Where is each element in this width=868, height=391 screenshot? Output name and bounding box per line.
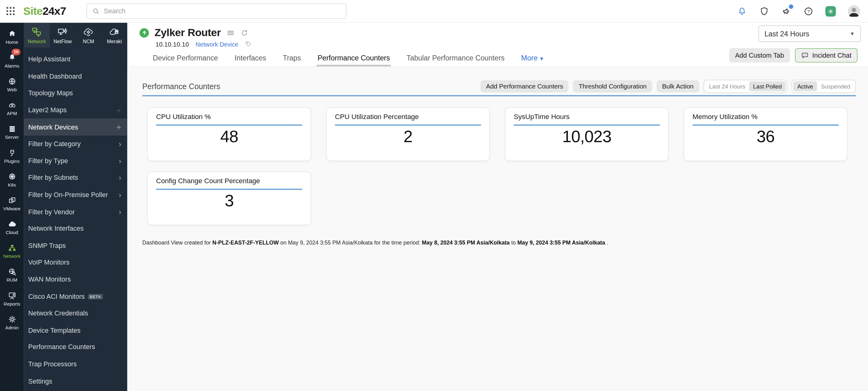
sidebar-item-settings[interactable]: Settings bbox=[24, 372, 127, 389]
sidebar-item-network-interfaces[interactable]: Network Interfaces bbox=[24, 220, 127, 237]
chevron-right-icon: › bbox=[119, 191, 121, 199]
tab-tabular-performance-counters[interactable]: Tabular Performance Counters bbox=[405, 54, 505, 66]
sidebar-tab-meraki[interactable]: Meraki bbox=[101, 23, 127, 48]
rail-item-vmware[interactable]: VMware bbox=[0, 192, 24, 215]
counter-card[interactable]: Config Change Count Percentage 3 bbox=[147, 171, 311, 225]
sidebar-item-filter-by-type[interactable]: Filter by Type› bbox=[24, 153, 127, 170]
tab-more[interactable]: More▼ bbox=[520, 54, 545, 66]
rail-item-home[interactable]: Home bbox=[0, 25, 24, 49]
sidebar-module-tabs: Network NetFlow NCM Meraki bbox=[24, 23, 127, 48]
sidebar-item-filter-by-on-premise-poller[interactable]: Filter by On-Premise Poller› bbox=[24, 186, 127, 203]
alarm-count-badge: 10 bbox=[12, 49, 21, 55]
rail-item-plugins[interactable]: Plugins bbox=[0, 144, 24, 168]
tab-interfaces[interactable]: Interfaces bbox=[234, 54, 268, 66]
counter-card[interactable]: Memory Utilization % 36 bbox=[684, 107, 847, 161]
rail-item-rum[interactable]: RUM bbox=[0, 263, 24, 287]
sidebar-item-network-credentials[interactable]: Network Credentials bbox=[24, 305, 127, 322]
time-range-dropdown[interactable]: Last 24 Hours ▼ bbox=[758, 26, 861, 42]
global-search[interactable] bbox=[86, 3, 346, 19]
tab-performance-counters[interactable]: Performance Counters bbox=[316, 54, 391, 66]
tab-device-performance[interactable]: Device Performance bbox=[152, 54, 219, 66]
sidebar-item-trap-processors[interactable]: Trap Processors bbox=[24, 356, 127, 372]
toggle-option-suspended[interactable]: Suspended bbox=[817, 82, 854, 91]
rail-item-admin[interactable]: Admin bbox=[0, 311, 24, 334]
sidebar-item-filter-by-vendor[interactable]: Filter by Vendor› bbox=[24, 203, 127, 220]
bell-icon[interactable] bbox=[737, 6, 747, 17]
counter-underline bbox=[692, 125, 839, 126]
sidebar-tab-ncm[interactable]: NCM bbox=[75, 23, 101, 48]
apps-grid-icon[interactable] bbox=[5, 5, 16, 17]
sidebar-item-network-devices[interactable]: Network Devices+ bbox=[24, 119, 127, 136]
rail-item-alarms[interactable]: Alarms 10 bbox=[0, 49, 24, 72]
sidebar-item-voip-monitors[interactable]: VoIP Monitors bbox=[24, 254, 127, 271]
gear-icon bbox=[7, 315, 17, 323]
counter-card[interactable]: CPU Utilization % 48 bbox=[147, 107, 311, 161]
help-icon[interactable]: ? bbox=[803, 6, 814, 17]
megaphone-icon[interactable] bbox=[781, 6, 792, 17]
rail-item-apm[interactable]: APM bbox=[0, 96, 24, 120]
hamburger-menu-icon[interactable] bbox=[226, 28, 235, 37]
sidebar-item-cisco-aci-monitors[interactable]: Cisco ACI MonitorsBETA bbox=[24, 288, 127, 305]
counter-value: 48 bbox=[156, 127, 302, 146]
sidebar-item-wan-monitors[interactable]: WAN Monitors bbox=[24, 271, 127, 288]
plus-icon[interactable]: + bbox=[116, 106, 121, 115]
binoculars-icon bbox=[7, 100, 17, 109]
plus-icon[interactable]: + bbox=[116, 123, 121, 131]
sidebar-tab-network[interactable]: Network bbox=[24, 23, 50, 48]
meraki-cloud-icon bbox=[109, 26, 120, 37]
counter-underline bbox=[156, 189, 302, 190]
sidebar-item-filter-by-category[interactable]: Filter by Category› bbox=[24, 136, 127, 153]
chevron-right-icon: › bbox=[119, 140, 121, 148]
sidebar-tab-netflow[interactable]: NetFlow bbox=[50, 23, 75, 48]
chevron-right-icon: › bbox=[119, 208, 121, 216]
sidebar-item-topology-maps[interactable]: Topology Maps bbox=[24, 85, 127, 102]
sidebar-item-filter-by-subnets[interactable]: Filter by Subnets› bbox=[24, 169, 127, 186]
counter-value: 10,023 bbox=[514, 127, 660, 146]
rail-item-k8s[interactable]: K8s bbox=[0, 168, 24, 192]
rail-item-reports[interactable]: Reports bbox=[0, 287, 24, 311]
counter-underline bbox=[335, 125, 481, 126]
sidebar-item-snmp-traps[interactable]: SNMP Traps bbox=[24, 237, 127, 254]
caret-down-icon: ▼ bbox=[539, 56, 544, 61]
rail-item-cloud[interactable]: Cloud bbox=[0, 215, 24, 239]
bulk-action-button[interactable]: Bulk Action bbox=[656, 80, 699, 92]
rail-item-web[interactable]: Web bbox=[0, 72, 24, 96]
sidebar-item-device-templates[interactable]: Device Templates bbox=[24, 322, 127, 339]
logo-part-dark: 24x7 bbox=[42, 5, 66, 17]
ai-assistant-icon[interactable]: ✳ bbox=[826, 6, 836, 17]
counter-card[interactable]: SysUpTime Hours 10,023 bbox=[505, 107, 669, 161]
shield-icon[interactable] bbox=[759, 6, 769, 17]
toggle-option-last-polled[interactable]: Last Polled bbox=[749, 82, 786, 91]
chevron-down-icon: ▼ bbox=[850, 31, 855, 36]
tab-traps[interactable]: Traps bbox=[282, 54, 302, 66]
rail-item-network[interactable]: Network bbox=[0, 239, 24, 263]
topbar-icons: ?✳ bbox=[737, 0, 860, 23]
toggle-option-active[interactable]: Active bbox=[793, 82, 817, 91]
refresh-icon[interactable] bbox=[240, 28, 249, 37]
user-avatar[interactable] bbox=[848, 5, 860, 18]
counter-card[interactable]: CPU Utilization Percentage 2 bbox=[326, 107, 490, 161]
section-buttons: Add Performance CountersThreshold Config… bbox=[480, 79, 856, 93]
counter-value: 3 bbox=[156, 192, 302, 210]
vmware-icon bbox=[7, 195, 17, 204]
sidebar-item-help-assistant[interactable]: Help Assistant bbox=[24, 51, 127, 68]
threshold-configuration-button[interactable]: Threshold Configuration bbox=[573, 80, 652, 92]
add-performance-counters-button[interactable]: Add Performance Counters bbox=[480, 80, 569, 92]
toggle-option-last-24-hours[interactable]: Last 24 Hours bbox=[705, 82, 749, 91]
search-input[interactable] bbox=[104, 7, 341, 15]
add-custom-tab-button[interactable]: Add Custom Tab bbox=[729, 48, 790, 63]
counter-underline bbox=[156, 125, 302, 126]
counter-title: CPU Utilization Percentage bbox=[335, 113, 481, 121]
chevron-right-icon: › bbox=[119, 157, 121, 165]
counter-title: CPU Utilization % bbox=[156, 113, 302, 121]
monitor-type-link[interactable]: Network Device bbox=[195, 41, 238, 47]
tag-icon[interactable] bbox=[245, 40, 252, 47]
sidebar-menu: Help Assistant Health Dashboard Topology… bbox=[24, 47, 127, 389]
sidebar-item-health-dashboard[interactable]: Health Dashboard bbox=[24, 68, 127, 85]
server-icon bbox=[7, 124, 17, 133]
sidebar-item-performance-counters[interactable]: Performance Counters bbox=[24, 338, 127, 356]
incident-chat-button[interactable]: Incident Chat bbox=[795, 48, 858, 63]
site24x7-logo[interactable]: Site24x7 bbox=[23, 5, 66, 17]
sidebar-item-layer2-maps[interactable]: Layer2 Maps+ bbox=[24, 102, 127, 119]
rail-item-server[interactable]: Server bbox=[0, 120, 24, 144]
